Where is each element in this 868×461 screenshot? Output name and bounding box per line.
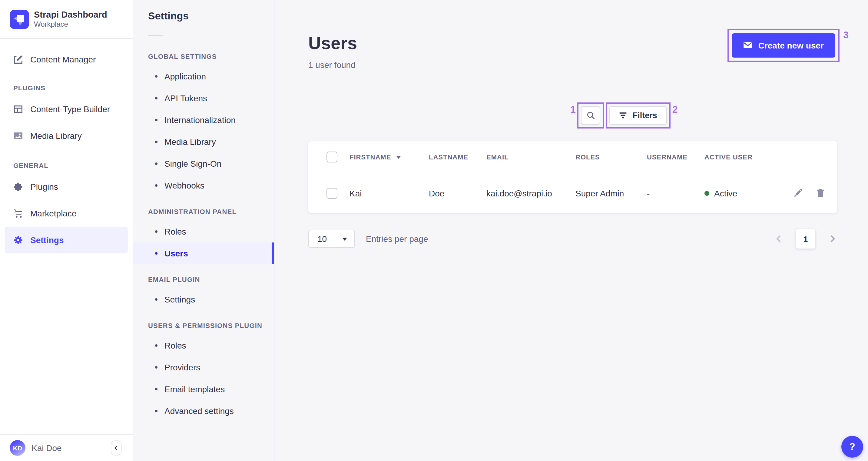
subnav-item-up-roles[interactable]: Roles [133, 335, 274, 356]
subnav-item-label: Application [164, 71, 206, 81]
settings-subnav: Settings GLOBAL SETTINGS Application API… [133, 0, 274, 461]
annotation-label-2: 2 [672, 105, 678, 115]
workplace-header[interactable]: Strapi Dashboard Workplace [0, 0, 132, 39]
entries-per-page-value: 10 [317, 234, 327, 244]
bullet-icon [155, 75, 157, 78]
search-button[interactable] [581, 106, 600, 125]
create-new-user-button[interactable]: Create new user [732, 33, 835, 57]
subnav-item-webhooks[interactable]: Webhooks [133, 175, 274, 196]
subnav-item-label: Roles [164, 341, 186, 350]
bullet-icon [155, 388, 157, 391]
sidebar-item-settings[interactable]: Settings [5, 227, 127, 253]
select-all-checkbox[interactable] [327, 151, 337, 163]
subnav-item-label: Email templates [164, 384, 225, 394]
filters-button[interactable]: Filters [610, 106, 667, 125]
sidebar-section-general: GENERAL [0, 161, 132, 170]
envelope-icon [743, 42, 752, 49]
layout-icon [13, 104, 24, 114]
sidebar-item-label: Media Library [30, 131, 82, 141]
chevron-left-icon [113, 445, 119, 451]
next-page-button[interactable] [829, 234, 837, 244]
sidebar-item-plugins[interactable]: Plugins [0, 173, 132, 200]
bullet-icon [155, 184, 157, 187]
bullet-icon [155, 141, 157, 143]
column-header-label: EMAIL [486, 153, 508, 161]
sidebar-item-marketplace[interactable]: Marketplace [0, 200, 132, 227]
trash-icon [816, 189, 825, 198]
chevron-down-icon [342, 237, 347, 240]
previous-page-button[interactable] [774, 234, 783, 244]
users-table: FIRSTNAME LASTNAME EMAIL ROLES USERNAME … [308, 141, 837, 213]
active-status-dot-icon [705, 191, 709, 196]
image-icon [13, 131, 24, 141]
gear-icon [13, 235, 24, 245]
annotation-label-3: 3 [843, 30, 848, 40]
column-header-label: FIRSTNAME [349, 153, 391, 161]
column-header-email[interactable]: EMAIL [486, 153, 576, 161]
pen-edit-icon [13, 54, 24, 64]
users-count: 1 user found [308, 60, 355, 70]
page-number-button[interactable]: 1 [796, 229, 815, 249]
annotation-box-2: Filters [606, 103, 671, 128]
sidebar-item-content-manager[interactable]: Content Manager [0, 47, 132, 71]
entries-per-page-select[interactable]: 10 [308, 230, 355, 248]
column-header-label: ACTIVE USER [705, 153, 753, 161]
subnav-item-internationalization[interactable]: Internationalization [133, 109, 274, 131]
magnifier-icon [586, 111, 595, 120]
subnav-item-label: Webhooks [164, 181, 205, 190]
annotation-box-3: Create new user [727, 29, 840, 61]
column-header-lastname[interactable]: LASTNAME [429, 153, 486, 161]
column-header-label: ROLES [576, 153, 600, 161]
subnav-item-api-tokens[interactable]: API Tokens [133, 87, 274, 109]
filters-button-label: Filters [633, 111, 657, 120]
subnav-item-media-library[interactable]: Media Library [133, 131, 274, 153]
table-toolbar: 1 Filters 2 [570, 103, 678, 128]
page-title: Users [308, 33, 357, 53]
subnav-item-admin-users[interactable]: Users [133, 242, 274, 264]
strapi-admin-app: Strapi Dashboard Workplace Content Manag… [0, 0, 868, 461]
subnav-item-email-settings[interactable]: Settings [133, 289, 274, 310]
workspace-title: Strapi Dashboard [34, 9, 107, 20]
sidebar-item-label: Settings [30, 235, 64, 245]
sidebar-item-content-type-builder[interactable]: Content-Type Builder [0, 96, 132, 122]
avatar[interactable]: KD [10, 440, 26, 456]
table-header-row: FIRSTNAME LASTNAME EMAIL ROLES USERNAME … [308, 141, 837, 173]
cell-active-user: Active [705, 188, 772, 198]
column-header-label: USERNAME [647, 153, 687, 161]
divider [148, 35, 163, 36]
help-button[interactable]: ? [841, 436, 863, 457]
column-header-active-user[interactable]: ACTIVE USER [705, 153, 772, 161]
filter-bars-icon [619, 112, 627, 119]
bullet-icon [155, 97, 157, 99]
bullet-icon [155, 366, 157, 369]
column-header-username[interactable]: USERNAME [647, 153, 705, 161]
sidebar-footer: KD Kai Doe [0, 434, 132, 461]
bullet-icon [155, 410, 157, 412]
row-checkbox[interactable] [327, 188, 337, 199]
collapse-sidebar-button[interactable] [111, 440, 121, 456]
subnav-item-up-email-templates[interactable]: Email templates [133, 378, 274, 400]
chevron-left-icon [775, 235, 781, 242]
column-header-firstname[interactable]: FIRSTNAME [349, 153, 429, 161]
subnav-item-label: Roles [164, 227, 186, 236]
subnav-item-admin-roles[interactable]: Roles [133, 221, 274, 242]
subnav-section-email-plugin: EMAIL PLUGIN [133, 275, 274, 284]
subnav-item-application[interactable]: Application [133, 65, 274, 87]
annotation-box-1 [578, 103, 604, 128]
delete-user-button[interactable] [816, 189, 825, 198]
cell-roles: Super Admin [576, 188, 647, 198]
subnav-item-label: Advanced settings [164, 406, 234, 416]
edit-user-button[interactable] [794, 189, 803, 198]
subnav-section-global-settings: GLOBAL SETTINGS [133, 52, 274, 61]
table-row[interactable]: Kai Doe kai.doe@strapi.io Super Admin - … [308, 173, 837, 213]
sidebar-item-label: Plugins [30, 182, 58, 192]
puzzle-icon [13, 181, 24, 192]
sidebar-item-label: Content-Type Builder [30, 104, 110, 114]
column-header-roles[interactable]: ROLES [576, 153, 647, 161]
subnav-item-up-advanced-settings[interactable]: Advanced settings [133, 400, 274, 422]
subnav-item-single-sign-on[interactable]: Single Sign-On [133, 153, 274, 175]
sidebar-item-media-library[interactable]: Media Library [0, 122, 132, 149]
bullet-icon [155, 252, 157, 255]
subnav-item-up-providers[interactable]: Providers [133, 356, 274, 378]
entries-per-page-label: Entries per page [366, 234, 428, 244]
